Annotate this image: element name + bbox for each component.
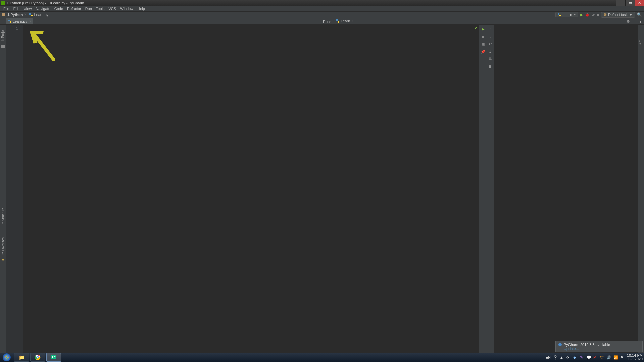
- close-tab-icon[interactable]: ×: [29, 20, 31, 23]
- tray-action-center-icon[interactable]: ⚑: [620, 355, 625, 360]
- window-title: 1.Python [D:\1.Python] - ...\Learn.py - …: [7, 1, 84, 5]
- up-stack-icon[interactable]: ↑: [489, 27, 491, 31]
- menu-window[interactable]: Window: [118, 6, 135, 11]
- folder-icon: [2, 13, 5, 16]
- explorer-icon: 📁: [19, 355, 24, 360]
- editor-pane[interactable]: 1 ✔: [6, 25, 479, 353]
- tray-volume-icon[interactable]: 🔊: [607, 355, 611, 360]
- stop-icon[interactable]: ■: [482, 35, 484, 39]
- editor-gutter: 1: [6, 25, 23, 353]
- menu-code[interactable]: Code: [52, 6, 65, 11]
- info-icon: i: [558, 343, 562, 346]
- main-area: 1: Project 1 ✔ ▶ ■ ▦ 📌 ↑ ↓ ↩ ⤓ 🖶 🗑: [0, 25, 644, 353]
- pin-icon[interactable]: 📌: [481, 50, 485, 54]
- tray-sync-icon[interactable]: ⟳: [566, 355, 571, 360]
- menu-view[interactable]: View: [22, 6, 34, 11]
- menu-run[interactable]: Run: [83, 6, 94, 11]
- breadcrumb-root[interactable]: 1.Python: [7, 13, 23, 17]
- svg-rect-0: [29, 13, 31, 15]
- tray-mail-icon[interactable]: M: [593, 355, 598, 360]
- notification-title: PyCharm 2019.3.5 available: [564, 343, 610, 347]
- svg-rect-2: [558, 13, 559, 15]
- run-settings-icon[interactable]: ⚙: [627, 19, 630, 24]
- system-tray: EN ❔ ▲ ⟳ ◆ ✎ 💬 M 🛡 🔊 📶 ⚑ 10:14 PM 6/3/20…: [546, 354, 643, 361]
- left-tool-strip: 1: Project: [0, 25, 6, 353]
- taskbar-chrome[interactable]: [30, 353, 45, 362]
- tray-gdrive-icon[interactable]: ◆: [573, 355, 578, 360]
- right-tool-strip: Ant: [638, 25, 644, 353]
- rerun-icon[interactable]: ▶: [482, 27, 484, 31]
- favorites-star-icon: ★: [1, 257, 5, 262]
- chrome-icon: [35, 354, 41, 360]
- tray-pen-icon[interactable]: ✎: [580, 355, 584, 360]
- minimize-button[interactable]: _: [616, 0, 625, 6]
- clear-all-icon[interactable]: 🗑: [488, 64, 492, 68]
- run-minimize-icon[interactable]: —: [633, 20, 636, 24]
- run-config-label: Learn: [562, 13, 572, 17]
- run-tool-window: ▶ ■ ▦ 📌 ↑ ↓ ↩ ⤓ 🖶 🗑: [479, 25, 644, 353]
- menu-file[interactable]: File: [1, 6, 11, 11]
- run-button[interactable]: ▶: [580, 13, 583, 17]
- menu-help[interactable]: Help: [135, 6, 147, 11]
- tray-clock[interactable]: 10:14 PM 6/3/2020: [627, 354, 643, 361]
- run-coverage-button[interactable]: ⟳: [592, 13, 595, 17]
- favorites-tool-button[interactable]: 2: Favorites: [1, 236, 5, 256]
- tray-help-icon[interactable]: ❔: [553, 355, 557, 360]
- structure-tool-button[interactable]: 7: Structure: [1, 206, 5, 226]
- run-tab-learn[interactable]: Learn ×: [335, 19, 354, 24]
- tab-learn-py[interactable]: Learn.py ×: [6, 18, 33, 24]
- chevron-down-icon: ▼: [629, 13, 633, 17]
- notification-update-link[interactable]: Update...: [564, 347, 640, 351]
- pycharm-icon: [1, 1, 5, 5]
- svg-rect-1: [31, 15, 33, 16]
- python-file-icon: [29, 13, 33, 16]
- svg-rect-3: [559, 15, 561, 16]
- down-stack-icon[interactable]: ↓: [489, 34, 491, 38]
- inspections-ok-icon[interactable]: ✔: [475, 25, 478, 30]
- maximize-button[interactable]: ▭: [625, 0, 635, 6]
- ant-tool-button[interactable]: Ant: [638, 38, 642, 46]
- tray-network-icon[interactable]: 📶: [613, 355, 618, 360]
- python-file-icon: [8, 20, 11, 23]
- run-tab-label: Learn: [341, 19, 350, 23]
- tray-chat-icon[interactable]: 💬: [587, 355, 591, 360]
- run-config-selector[interactable]: Learn ▼: [555, 12, 578, 17]
- svg-rect-5: [10, 21, 11, 23]
- breadcrumb-file[interactable]: Learn.py: [34, 13, 48, 17]
- python-icon: [558, 13, 561, 16]
- stop-button[interactable]: ■: [597, 13, 599, 17]
- tab-label: Learn.py: [13, 19, 27, 23]
- tray-lang[interactable]: EN: [546, 355, 551, 359]
- task-config-label: Default task: [608, 13, 628, 17]
- menu-tools[interactable]: Tools: [94, 6, 107, 11]
- project-tool-button[interactable]: 1: Project: [1, 26, 5, 43]
- close-button[interactable]: ✕: [635, 0, 644, 6]
- search-button[interactable]: 🔍: [637, 12, 642, 17]
- layout-icon[interactable]: ▦: [481, 42, 485, 46]
- menu-vcs[interactable]: VCS: [107, 6, 118, 11]
- print-icon[interactable]: 🖶: [488, 57, 492, 61]
- debug-button[interactable]: 🐞: [585, 13, 590, 17]
- tray-date: 6/3/2020: [627, 357, 643, 361]
- menu-edit[interactable]: Edit: [11, 6, 22, 11]
- scroll-to-end-icon[interactable]: ⤓: [489, 49, 492, 54]
- close-run-tab-icon[interactable]: ×: [351, 19, 353, 23]
- chevron-right-icon: 〉: [24, 12, 28, 17]
- soft-wrap-icon[interactable]: ↩: [489, 42, 492, 46]
- hammer-icon: ⚒: [603, 13, 607, 17]
- taskbar-pycharm[interactable]: PC: [46, 353, 61, 362]
- tray-show-hidden-icon[interactable]: ▲: [560, 355, 564, 360]
- menu-refactor[interactable]: Refactor: [65, 6, 83, 11]
- menubar: File Edit View Navigate Code Refactor Ru…: [0, 6, 644, 12]
- task-config-selector[interactable]: ⚒ Default task ▼: [601, 12, 635, 18]
- editor-cursor: [32, 25, 32, 30]
- tray-shield-icon[interactable]: 🛡: [600, 355, 604, 360]
- menu-navigate[interactable]: Navigate: [34, 6, 52, 11]
- run-console[interactable]: [494, 25, 644, 353]
- taskbar-explorer[interactable]: 📁: [14, 353, 29, 362]
- run-hide-icon[interactable]: ⏵: [639, 20, 643, 24]
- run-header-label: Run:: [323, 20, 331, 24]
- editor-text-area[interactable]: [23, 25, 479, 353]
- start-button[interactable]: [1, 353, 13, 362]
- svg-rect-7: [338, 21, 339, 23]
